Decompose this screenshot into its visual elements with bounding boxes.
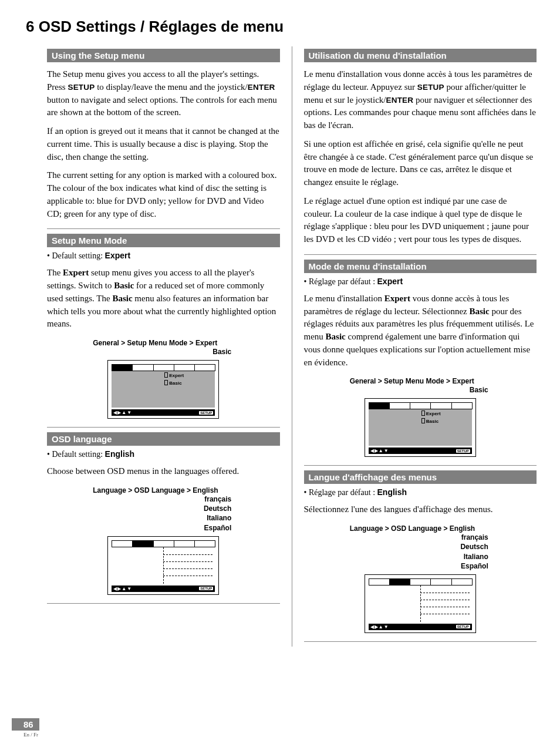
crumb-option: Español — [204, 524, 232, 532]
osd-tab — [430, 402, 451, 409]
osd-tab — [430, 578, 451, 586]
osd-tabs — [112, 364, 215, 371]
default-value: English — [105, 449, 135, 459]
section-header-utilisation: Utilisation du menu d'installation — [304, 49, 537, 62]
osd-dropdown — [369, 586, 472, 622]
osd-screen: Expert Basic ◀▶▲▼ SETUP — [107, 360, 219, 419]
osd-tab — [112, 540, 133, 547]
crumb-option: Basic — [470, 386, 488, 394]
paragraph: The current setting for any option is ma… — [47, 169, 280, 220]
default-value: Expert — [105, 251, 131, 260]
divider — [47, 427, 280, 428]
nav-arrows-icon: ◀▶▲▼ — [113, 586, 132, 591]
osd-option: Expert — [112, 371, 215, 379]
paragraph: Le menu d'installation Expert vous donne… — [304, 292, 537, 369]
nav-arrows-icon: ◀▶▲▼ — [370, 448, 389, 453]
crumb-option: Italiano — [464, 553, 488, 561]
osd-tab — [410, 402, 431, 409]
divider — [304, 254, 537, 255]
osd-tab — [112, 364, 133, 371]
osd-option: Basic — [112, 379, 215, 386]
crumb-option: Deutsch — [460, 543, 488, 551]
left-column: Using the Setup menu The Setup menu give… — [23, 46, 280, 647]
crumb-option: français — [204, 495, 231, 503]
osd-tabs — [112, 540, 215, 547]
bold: Expert — [63, 268, 89, 277]
text: to display/leave the menu and the joysti… — [95, 82, 247, 92]
osd-tab — [451, 578, 473, 586]
crumb-option: Expert — [452, 377, 474, 385]
osd-bottom-bar: ◀▶▲▼ SETUP — [112, 409, 215, 416]
paragraph: Choose between OSD menus in the language… — [47, 465, 280, 478]
text: • Réglage par défaut : — [304, 277, 377, 286]
setup-chip: SETUP — [456, 449, 470, 453]
section-header-mode-menu: Mode de menu d'installation — [304, 260, 537, 273]
crumb-option: English — [193, 486, 218, 494]
paragraph: Sélectionnez l'une des langues d'afficha… — [304, 503, 537, 516]
osd-tab — [153, 540, 174, 547]
page-footer: 86 En / Fr — [12, 718, 39, 738]
crumb-option: Expert — [195, 339, 217, 347]
osd-bottom-bar: ◀▶▲▼ SETUP — [369, 447, 472, 454]
crumb-path: General > Setup Menu Mode > — [93, 339, 195, 347]
nav-arrows-icon: ◀▶▲▼ — [370, 624, 389, 630]
crumb-option: Español — [461, 562, 488, 570]
paragraph: Le réglage actuel d'une option est indiq… — [304, 195, 537, 246]
text: • Default setting: — [47, 251, 105, 260]
osd-screen: Expert Basic ◀▶▲▼ SETUP — [365, 398, 476, 457]
breadcrumb: General > Setup Menu Mode > Expert Basic — [338, 377, 502, 395]
divider — [47, 228, 280, 229]
figure-osd-language-fr: Language > OSD Language > English frança… — [338, 524, 502, 633]
nav-arrows-icon: ◀▶▲▼ — [113, 410, 132, 415]
osd-tab — [410, 578, 431, 586]
breadcrumb: Language > OSD Language > English frança… — [81, 486, 245, 533]
osd-tabs — [369, 578, 472, 586]
bold: Expert — [384, 294, 410, 303]
osd-tab — [174, 540, 195, 547]
figure-setup-mode-fr: General > Setup Menu Mode > Expert Basic… — [338, 377, 502, 457]
crumb-option: English — [450, 524, 475, 533]
paragraph: The Setup menu gives you access to all t… — [47, 68, 280, 119]
text: button to navigate and select options. T… — [47, 95, 277, 117]
setup-chip: SETUP — [199, 587, 213, 590]
figure-osd-language: Language > OSD Language > English frança… — [81, 486, 245, 595]
text: The — [47, 268, 63, 277]
osd-tab — [369, 402, 390, 409]
setup-chip: SETUP — [456, 625, 470, 628]
osd-bottom-bar: ◀▶▲▼ SETUP — [112, 586, 215, 592]
osd-tab — [451, 402, 473, 409]
key-enter: ENTER — [386, 96, 413, 105]
setup-chip: SETUP — [199, 411, 213, 415]
osd-tab — [132, 364, 153, 371]
osd-tab — [389, 402, 410, 409]
page-number: 86 — [12, 718, 39, 731]
default-setting-line: • Default setting: English — [47, 449, 280, 459]
osd-screen: ◀▶▲▼ SETUP — [107, 536, 219, 595]
bold: Basic — [112, 294, 132, 303]
osd-tabs — [369, 402, 472, 409]
osd-option: Basic — [369, 417, 472, 425]
osd-bottom-bar: ◀▶▲▼ SETUP — [369, 624, 472, 630]
osd-dropdown — [112, 547, 215, 584]
osd-tab — [389, 578, 410, 586]
key-setup: SETUP — [68, 83, 95, 92]
section-header-osd-language: OSD language — [47, 432, 280, 446]
osd-screen: ◀▶▲▼ SETUP — [365, 574, 476, 633]
key-setup: SETUP — [417, 83, 444, 92]
footer-langs: En / Fr — [12, 731, 39, 738]
divider — [304, 465, 537, 466]
breadcrumb: Language > OSD Language > English frança… — [338, 524, 502, 571]
divider — [304, 641, 537, 642]
page-title: 6 OSD Settings / Réglages de menu — [23, 18, 537, 36]
crumb-option: Italiano — [207, 514, 231, 522]
crumb-option: français — [461, 533, 488, 541]
figure-setup-mode: General > Setup Menu Mode > Expert Basic… — [81, 339, 245, 419]
section-header-setup-mode: Setup Menu Mode — [47, 234, 280, 247]
text: • Réglage par défaut : — [304, 488, 377, 497]
default-setting-line: • Réglage par défaut : English — [304, 487, 537, 497]
osd-tab — [369, 578, 390, 586]
bold: Basic — [326, 332, 346, 341]
crumb-option: Deutsch — [204, 504, 231, 513]
default-setting-line: • Réglage par défaut : Expert — [304, 277, 537, 287]
crumb-path: General > Setup Menu Mode > — [350, 377, 453, 385]
